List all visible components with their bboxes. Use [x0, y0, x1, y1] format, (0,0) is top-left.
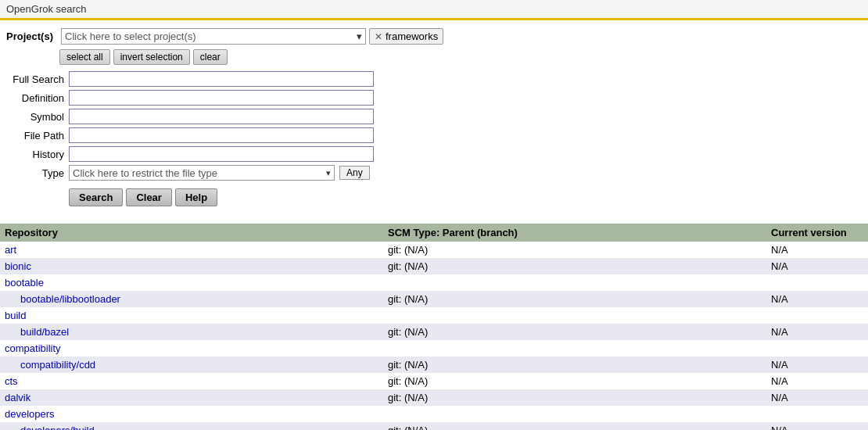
project-label: Project(s) — [6, 30, 53, 42]
table-row: dalvikgit: (N/A)N/A — [0, 389, 868, 406]
cell-repository: build — [0, 307, 383, 324]
cell-repository: bionic — [0, 258, 383, 274]
type-chevron-icon: ▾ — [326, 168, 331, 178]
symbol-input[interactable] — [69, 109, 374, 124]
type-label: Type — [6, 167, 69, 179]
repo-link[interactable]: cts — [5, 375, 18, 387]
file-path-row: File Path — [6, 127, 862, 143]
cell-repository: compatibility — [0, 340, 383, 357]
type-select[interactable]: Click here to restrict the file type ▾ — [69, 165, 335, 181]
cell-version: N/A — [766, 324, 868, 340]
cell-repository: bootable/libbootloader — [0, 291, 383, 307]
table-row: build/bazelgit: (N/A)N/A — [0, 324, 868, 340]
cell-scm: git: (N/A) — [383, 357, 766, 373]
title-text: OpenGrok search — [6, 3, 87, 15]
repo-link[interactable]: compatibility/cdd — [5, 359, 95, 371]
full-search-label: Full Search — [6, 73, 69, 85]
search-section: Project(s) Click here to select project(… — [0, 20, 868, 224]
cell-scm — [383, 406, 766, 422]
definition-row: Definition — [6, 90, 862, 106]
clear-projects-button[interactable]: clear — [193, 49, 228, 65]
table-row: developers — [0, 406, 868, 422]
project-select-placeholder: Click here to select project(s) — [65, 30, 353, 42]
repo-link[interactable]: build — [5, 310, 26, 321]
repo-link[interactable]: bootable/libbootloader — [5, 293, 120, 305]
full-search-input[interactable] — [69, 71, 374, 87]
cell-scm: git: (N/A) — [383, 422, 766, 430]
cell-repository: build/bazel — [0, 324, 383, 340]
action-buttons: Search Clear Help — [69, 188, 862, 206]
cell-repository: dalvik — [0, 389, 383, 406]
select-all-button[interactable]: select all — [59, 49, 110, 65]
repo-link[interactable]: art — [5, 244, 16, 256]
project-select[interactable]: Click here to select project(s) ▾ — [61, 28, 366, 45]
title-bar: OpenGrok search — [0, 0, 868, 20]
table-row: developers/buildgit: (N/A)N/A — [0, 422, 868, 430]
history-input[interactable] — [69, 146, 374, 162]
cell-scm: git: (N/A) — [383, 242, 766, 258]
cell-repository: developers/build — [0, 422, 383, 430]
table-row: bootable/libbootloadergit: (N/A)N/A — [0, 291, 868, 307]
table-row: ctsgit: (N/A)N/A — [0, 373, 868, 389]
project-buttons: select all invert selection clear — [59, 49, 862, 65]
results-table: Repository SCM Type: Parent (branch) Cur… — [0, 224, 868, 430]
chevron-down-icon: ▾ — [357, 30, 362, 42]
cell-scm — [383, 340, 766, 357]
project-tag-name: frameworks — [386, 30, 438, 42]
header-repository: Repository — [0, 224, 383, 242]
repo-link[interactable]: bionic — [5, 260, 31, 272]
cell-repository: compatibility/cdd — [0, 357, 383, 373]
cell-version: N/A — [766, 242, 868, 258]
history-row: History — [6, 146, 862, 162]
table-row: build — [0, 307, 868, 324]
table-row: compatibility/cddgit: (N/A)N/A — [0, 357, 868, 373]
remove-tag-icon[interactable]: ✕ — [375, 31, 382, 42]
invert-selection-button[interactable]: invert selection — [113, 49, 190, 65]
type-select-placeholder: Click here to restrict the file type — [73, 167, 326, 179]
project-row: Project(s) Click here to select project(… — [6, 28, 862, 45]
file-path-label: File Path — [6, 130, 69, 142]
cell-scm — [383, 307, 766, 324]
repo-link[interactable]: compatibility — [5, 342, 61, 354]
cell-scm: git: (N/A) — [383, 291, 766, 307]
search-form: Full Search Definition Symbol File Path … — [6, 71, 862, 181]
clear-button[interactable]: Clear — [126, 188, 172, 206]
cell-scm: git: (N/A) — [383, 258, 766, 274]
table-body: artgit: (N/A)N/Abionicgit: (N/A)N/Aboota… — [0, 242, 868, 430]
cell-repository: bootable — [0, 274, 383, 291]
definition-label: Definition — [6, 92, 69, 104]
cell-scm: git: (N/A) — [383, 324, 766, 340]
cell-version: N/A — [766, 389, 868, 406]
repo-link[interactable]: build/bazel — [5, 326, 69, 338]
repo-link[interactable]: dalvik — [5, 392, 30, 403]
symbol-label: Symbol — [6, 111, 69, 123]
header-version: Current version — [766, 224, 868, 242]
definition-input[interactable] — [69, 90, 374, 106]
cell-version — [766, 274, 868, 291]
table-row: artgit: (N/A)N/A — [0, 242, 868, 258]
table-row: compatibility — [0, 340, 868, 357]
search-button[interactable]: Search — [69, 188, 123, 206]
cell-version — [766, 340, 868, 357]
table-row: bootable — [0, 274, 868, 291]
cell-version: N/A — [766, 258, 868, 274]
repo-link[interactable]: developers/build — [5, 425, 95, 430]
symbol-row: Symbol — [6, 109, 862, 124]
repo-link[interactable]: developers — [5, 408, 55, 420]
table-row: bionicgit: (N/A)N/A — [0, 258, 868, 274]
cell-version: N/A — [766, 373, 868, 389]
project-tag-frameworks: ✕ frameworks — [369, 28, 443, 45]
help-button[interactable]: Help — [175, 188, 217, 206]
cell-version: N/A — [766, 291, 868, 307]
repo-link[interactable]: bootable — [5, 277, 44, 288]
cell-version: N/A — [766, 357, 868, 373]
history-label: History — [6, 149, 69, 160]
file-path-input[interactable] — [69, 127, 374, 143]
cell-repository: cts — [0, 373, 383, 389]
full-search-row: Full Search — [6, 71, 862, 87]
header-scm: SCM Type: Parent (branch) — [383, 224, 766, 242]
cell-version — [766, 307, 868, 324]
cell-version — [766, 406, 868, 422]
cell-scm: git: (N/A) — [383, 373, 766, 389]
cell-scm: git: (N/A) — [383, 389, 766, 406]
